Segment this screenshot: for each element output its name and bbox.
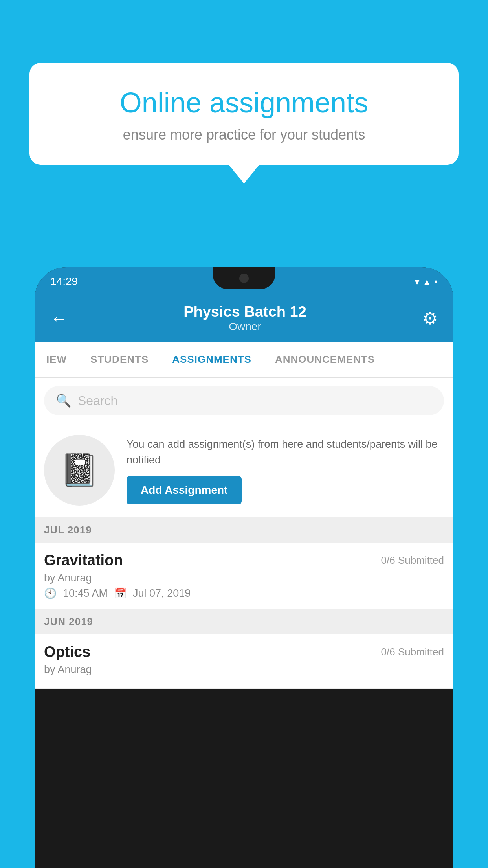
status-icons: ▾ ▴ ▪ [415, 276, 438, 288]
tab-students[interactable]: STUDENTS [79, 342, 160, 377]
camera [239, 274, 249, 283]
promo-block: 📓 You can add assignment(s) from here an… [35, 423, 453, 518]
notebook-icon: 📓 [60, 452, 99, 489]
assignment-name: Optics [44, 644, 90, 660]
status-bar: 14:29 ▾ ▴ ▪ [35, 267, 453, 296]
section-header-jul: JUL 2019 [35, 518, 453, 542]
add-assignment-button[interactable]: Add Assignment [127, 476, 242, 504]
status-time: 14:29 [50, 275, 78, 288]
search-bar-container: 🔍 Search [35, 378, 453, 423]
table-row[interactable]: Optics 0/6 Submitted by Anurag [35, 634, 453, 689]
search-icon: 🔍 [56, 393, 72, 408]
search-input[interactable]: Search [78, 394, 117, 408]
speech-bubble-container: Online assignments ensure more practice … [29, 63, 459, 165]
submitted-count: 0/6 Submitted [381, 554, 444, 566]
tabs-bar: IEW STUDENTS ASSIGNMENTS ANNOUNCEMENTS [35, 342, 453, 378]
assignment-name: Gravitation [44, 552, 123, 569]
assignment-row-top: Gravitation 0/6 Submitted [44, 552, 444, 569]
notch [213, 267, 275, 289]
assignment-author: by Anurag [44, 664, 444, 676]
signal-icon: ▴ [424, 276, 429, 288]
submitted-count: 0/6 Submitted [381, 646, 444, 658]
clock-icon: 🕙 [44, 587, 57, 600]
promo-text-block: You can add assignment(s) from here and … [127, 436, 444, 504]
section-header-jun: JUN 2019 [35, 609, 453, 634]
calendar-icon: 📅 [114, 587, 127, 600]
tab-iew[interactable]: IEW [35, 342, 79, 377]
tab-announcements[interactable]: ANNOUNCEMENTS [263, 342, 387, 377]
assignment-time: 10:45 AM [63, 587, 108, 600]
header-subtitle: Owner [183, 320, 306, 333]
battery-icon: ▪ [434, 276, 438, 288]
header-title-block: Physics Batch 12 Owner [183, 303, 306, 333]
settings-icon[interactable]: ⚙ [422, 308, 438, 328]
phone-container: 14:29 ▾ ▴ ▪ ← Physics Batch 12 Owner ⚙ I… [35, 267, 453, 868]
batch-title: Physics Batch 12 [183, 303, 306, 320]
search-bar[interactable]: 🔍 Search [44, 386, 444, 415]
table-row[interactable]: Gravitation 0/6 Submitted by Anurag 🕙 10… [35, 542, 453, 609]
promo-icon-circle: 📓 [44, 435, 115, 506]
speech-bubble-subtitle: ensure more practice for your students [57, 127, 431, 143]
assignment-row-top: Optics 0/6 Submitted [44, 644, 444, 660]
speech-bubble-title: Online assignments [57, 86, 431, 119]
speech-bubble: Online assignments ensure more practice … [29, 63, 459, 165]
app-header: ← Physics Batch 12 Owner ⚙ [35, 296, 453, 342]
promo-description: You can add assignment(s) from here and … [127, 436, 444, 468]
assignment-date: Jul 07, 2019 [133, 587, 191, 600]
back-button[interactable]: ← [50, 309, 68, 328]
tab-assignments[interactable]: ASSIGNMENTS [160, 342, 263, 378]
wifi-icon: ▾ [415, 276, 420, 288]
phone-frame: 14:29 ▾ ▴ ▪ ← Physics Batch 12 Owner ⚙ I… [35, 267, 453, 868]
assignment-author: by Anurag [44, 572, 444, 584]
phone-content: 🔍 Search 📓 You can add assignment(s) fro… [35, 378, 453, 689]
assignment-meta: 🕙 10:45 AM 📅 Jul 07, 2019 [44, 587, 444, 600]
